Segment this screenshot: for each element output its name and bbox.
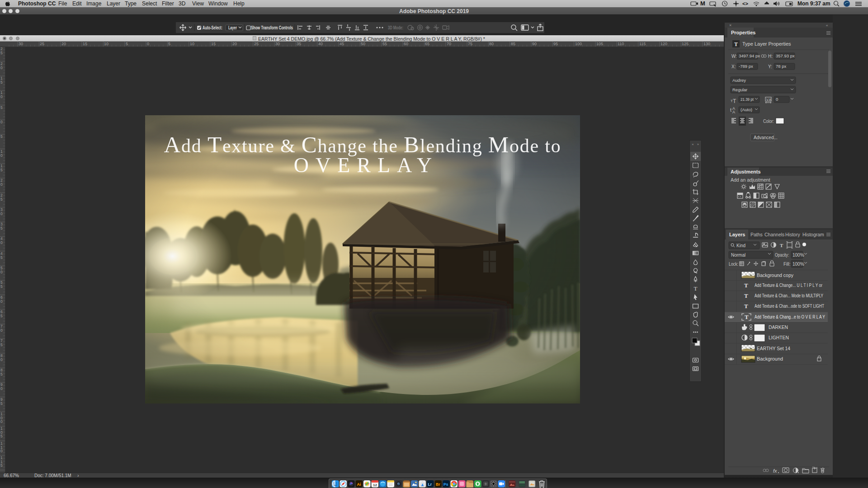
svg-text:Lock:: Lock: bbox=[729, 262, 738, 267]
svg-text:fx: fx bbox=[773, 468, 777, 474]
svg-text:Ps: Ps bbox=[443, 482, 448, 487]
svg-text:»: » bbox=[697, 143, 699, 146]
svg-text:M: M bbox=[700, 0, 705, 7]
svg-text:Auto-Select:: Auto-Select: bbox=[203, 25, 222, 30]
svg-text:×: × bbox=[692, 142, 694, 146]
svg-text:EARTHY Set 14: EARTHY Set 14 bbox=[757, 346, 790, 351]
svg-text:12: 12 bbox=[373, 483, 377, 487]
svg-text:T: T bbox=[780, 243, 783, 248]
svg-text:Normal: Normal bbox=[731, 253, 745, 258]
svg-text:Add Texture & Change... U L T: Add Texture & Change... U L T I P L Y or bbox=[755, 283, 823, 288]
svg-text:Lr: Lr bbox=[428, 482, 432, 487]
svg-text:Ai: Ai bbox=[357, 482, 361, 487]
svg-text:Fill:: Fill: bbox=[783, 262, 791, 267]
svg-text:T: T bbox=[744, 292, 748, 299]
svg-text:T: T bbox=[744, 303, 748, 310]
svg-text:T: T bbox=[745, 314, 749, 320]
svg-text:Background copy: Background copy bbox=[757, 273, 793, 278]
svg-text:T: T bbox=[694, 285, 698, 292]
svg-text:Add Texture & Chan...ode to SO: Add Texture & Chan...ode to SOFT LIGHT bbox=[755, 304, 824, 309]
svg-text:Layer: Layer bbox=[228, 25, 237, 30]
svg-text:3D Mode:: 3D Mode: bbox=[388, 25, 403, 30]
svg-text:100%: 100% bbox=[793, 253, 804, 258]
svg-text:Br: Br bbox=[436, 482, 440, 487]
svg-text:Background: Background bbox=[757, 357, 783, 361]
svg-text:T: T bbox=[744, 282, 748, 289]
svg-text:DARKEN: DARKEN bbox=[769, 325, 788, 330]
svg-text:Add Texture & Chang...e to O V: Add Texture & Chang...e to O V E R L A Y bbox=[755, 314, 825, 319]
svg-text:100%: 100% bbox=[793, 262, 804, 267]
svg-text:Opacity:: Opacity: bbox=[775, 253, 789, 258]
svg-text:Show Transform Controls: Show Transform Controls bbox=[251, 25, 293, 30]
svg-text:Kind: Kind bbox=[736, 243, 745, 248]
svg-text:<>: <> bbox=[742, 1, 748, 6]
svg-text:LIGHTEN: LIGHTEN bbox=[769, 335, 789, 340]
svg-text:Add Texture & Chan... Mode to: Add Texture & Chan... Mode to MULTIPLY bbox=[755, 293, 823, 298]
